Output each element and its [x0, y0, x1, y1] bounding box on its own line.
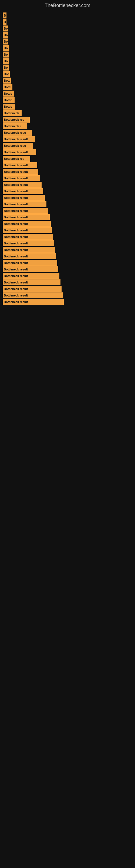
- bottleneck-bar: Bottleneck result: [3, 240, 54, 246]
- bottleneck-bar: Bo: [3, 65, 9, 70]
- bar-row: B: [3, 12, 135, 19]
- bottleneck-bar: Bottleneck result: [3, 182, 42, 188]
- bottleneck-bar: B: [3, 12, 6, 19]
- bar-row: Bottleneck r: [3, 123, 135, 129]
- bottleneck-bar: Bottleneck result: [3, 221, 51, 227]
- bottleneck-bar: Bo: [3, 38, 8, 44]
- bar-row: B: [3, 19, 135, 25]
- bar-row: Bottleneck result: [3, 162, 135, 168]
- bottleneck-bar: Bo: [3, 32, 8, 38]
- bar-row: Bo: [3, 45, 135, 51]
- bar-row: Bottle: [3, 104, 135, 110]
- bottleneck-bar: Bo: [3, 45, 9, 51]
- bottleneck-bar: Bo: [3, 52, 9, 58]
- bottleneck-bar: Bottleneck result: [3, 188, 43, 194]
- bottleneck-bar: Bottleneck result: [3, 208, 48, 214]
- bar-row: Bottleneck result: [3, 175, 135, 181]
- bottleneck-bar: Bottleneck resu: [3, 130, 32, 135]
- bottleneck-bar: Bottleneck result: [3, 175, 40, 181]
- bottleneck-bar: Bottleneck result: [3, 247, 55, 253]
- bottleneck-bar: Bottleneck result: [3, 267, 58, 272]
- bottleneck-bar: Bottleneck result: [3, 234, 53, 240]
- bar-row: Bottleneck result: [3, 286, 135, 292]
- bar-row: Bo: [3, 26, 135, 31]
- bottleneck-bar: Bottleneck result: [3, 136, 35, 142]
- bottleneck-bar: Bottle: [3, 91, 14, 97]
- bar-row: Bottleneck result: [3, 149, 135, 155]
- bottleneck-bar: Bo: [3, 58, 9, 64]
- bar-row: Bottle: [3, 97, 135, 103]
- bottleneck-bar: Bottleneck resu: [3, 143, 33, 149]
- bar-row: Bo: [3, 52, 135, 58]
- bar-row: Bo: [3, 32, 135, 38]
- bar-row: Bottleneck result: [3, 188, 135, 194]
- bar-row: Bottleneck result: [3, 299, 135, 305]
- bar-row: Bottleneck result: [3, 279, 135, 285]
- bottleneck-bar: Bottleneck result: [3, 279, 60, 285]
- bottleneck-bar: Bottle: [3, 97, 14, 103]
- bottleneck-bar: Bottleneck res: [3, 117, 30, 123]
- bar-row: Bottleneck result: [3, 221, 135, 227]
- bar-row: Bottleneck res: [3, 117, 135, 123]
- bar-row: Bott: [3, 78, 135, 84]
- bar-row: Bottleneck result: [3, 169, 135, 175]
- bar-row: Bottleneck res: [3, 156, 135, 162]
- bottleneck-bar: Bottleneck res: [3, 156, 30, 162]
- bar-row: Bo: [3, 58, 135, 64]
- bar-row: Bottleneck: [3, 110, 135, 116]
- bar-row: Bottleneck result: [3, 253, 135, 259]
- bar-row: Bottleneck result: [3, 234, 135, 240]
- bottleneck-bar: Bottleneck result: [3, 273, 59, 279]
- bars-container: BBBoBoBoBoBoBoBoBotBottBottlBottleBottle…: [0, 10, 135, 308]
- bar-row: Bottleneck resu: [3, 130, 135, 135]
- bottleneck-bar: Bottleneck: [3, 110, 21, 116]
- bar-row: Bot: [3, 71, 135, 77]
- bottleneck-bar: Bottleneck result: [3, 292, 63, 299]
- bottleneck-bar: Bottleneck result: [3, 195, 45, 201]
- bottleneck-bar: Bottl: [3, 84, 12, 90]
- bar-row: Bottle: [3, 91, 135, 97]
- bottleneck-bar: Bottleneck result: [3, 253, 56, 259]
- bottleneck-bar: Bottleneck result: [3, 260, 57, 266]
- bar-row: Bottl: [3, 84, 135, 90]
- bottleneck-bar: Bottleneck result: [3, 227, 52, 233]
- bar-row: Bottleneck result: [3, 201, 135, 207]
- bar-row: Bottleneck result: [3, 208, 135, 214]
- bottleneck-bar: B: [3, 19, 6, 25]
- bottleneck-bar: Bottle: [3, 104, 15, 110]
- bar-row: Bottleneck resu: [3, 143, 135, 149]
- site-title: TheBottlenecker.com: [0, 0, 135, 10]
- bottleneck-bar: Bottleneck result: [3, 214, 50, 220]
- bottleneck-bar: Bottleneck r: [3, 123, 27, 129]
- bottleneck-bar: Bottleneck result: [3, 162, 37, 168]
- bar-row: Bottleneck result: [3, 182, 135, 188]
- bottleneck-bar: Bottleneck result: [3, 299, 64, 305]
- bottleneck-bar: Bottleneck result: [3, 286, 61, 292]
- bottleneck-bar: Bott: [3, 78, 11, 84]
- bar-row: Bottleneck result: [3, 247, 135, 253]
- bottleneck-bar: Bot: [3, 71, 10, 77]
- bottleneck-bar: Bottleneck result: [3, 201, 46, 207]
- bar-row: Bottleneck result: [3, 240, 135, 246]
- bar-row: Bottleneck result: [3, 136, 135, 142]
- bar-row: Bo: [3, 65, 135, 70]
- bar-row: Bottleneck result: [3, 214, 135, 220]
- bottleneck-bar: Bo: [3, 26, 8, 31]
- bottleneck-bar: Bottleneck result: [3, 149, 36, 155]
- bar-row: Bottleneck result: [3, 292, 135, 299]
- bar-row: Bottleneck result: [3, 273, 135, 279]
- bar-row: Bottleneck result: [3, 195, 135, 201]
- bar-row: Bottleneck result: [3, 227, 135, 233]
- bottleneck-bar: Bottleneck result: [3, 169, 38, 175]
- bar-row: Bo: [3, 38, 135, 44]
- bar-row: Bottleneck result: [3, 267, 135, 272]
- bar-row: Bottleneck result: [3, 260, 135, 266]
